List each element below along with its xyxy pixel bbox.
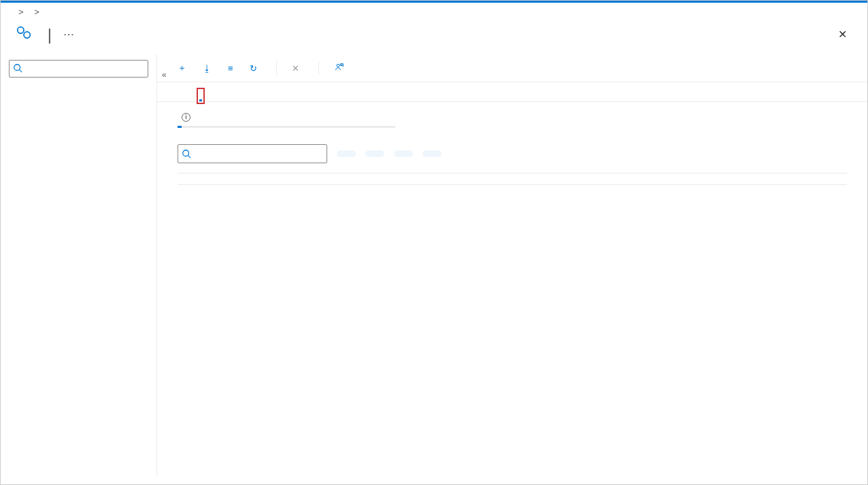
search-icon xyxy=(13,63,22,75)
filter-type[interactable] xyxy=(337,150,356,157)
svg-point-0 xyxy=(18,27,24,33)
settings-section-label xyxy=(1,84,156,95)
assignment-progress xyxy=(178,126,395,128)
svg-line-7 xyxy=(188,156,191,158)
refresh-button[interactable]: ↻ xyxy=(250,63,261,73)
close-button[interactable]: ✕ xyxy=(831,25,854,44)
resource-group-icon xyxy=(14,24,33,45)
page-subtitle: | xyxy=(43,25,56,44)
svg-line-3 xyxy=(20,70,22,73)
svg-point-2 xyxy=(14,65,20,71)
svg-point-6 xyxy=(183,150,189,156)
breadcrumb: > > xyxy=(1,3,867,21)
cost-section-label xyxy=(1,95,156,106)
columns-icon: ≡ xyxy=(228,63,233,73)
add-button[interactable]: ＋ xyxy=(178,62,190,74)
info-icon[interactable]: i xyxy=(182,113,190,122)
edit-columns-button[interactable]: ≡ xyxy=(228,63,237,73)
tab-roles[interactable] xyxy=(221,90,224,101)
download-icon: ⭳ xyxy=(203,63,212,73)
collapse-sidebar-button[interactable]: « xyxy=(162,70,167,80)
resource-type-label xyxy=(1,48,867,54)
filter-role[interactable] xyxy=(365,150,384,157)
more-button[interactable]: ⋯ xyxy=(63,28,74,41)
plus-icon: ＋ xyxy=(178,62,186,74)
feedback-button[interactable] xyxy=(334,62,349,75)
remove-icon: ✕ xyxy=(292,63,299,73)
sidebar xyxy=(1,54,157,476)
tab-deny-assignments[interactable] xyxy=(243,90,246,101)
tab-check-access[interactable] xyxy=(178,90,180,101)
search-icon xyxy=(182,149,191,161)
download-button[interactable]: ⭳ xyxy=(203,63,216,73)
tab-classic-administrators[interactable] xyxy=(265,90,267,101)
feedback-icon xyxy=(334,62,345,75)
sidebar-search-input[interactable] xyxy=(9,60,148,78)
svg-point-4 xyxy=(337,64,339,67)
role-assignments-table xyxy=(178,173,847,185)
tab-role-assignments[interactable] xyxy=(199,90,202,101)
search-input[interactable] xyxy=(178,144,327,163)
remove-button[interactable]: ✕ xyxy=(292,63,303,73)
refresh-icon: ↻ xyxy=(250,63,257,73)
svg-point-1 xyxy=(24,32,30,38)
filter-groupby[interactable] xyxy=(422,150,441,157)
assignment-count-label: i xyxy=(178,113,847,122)
filter-scope[interactable] xyxy=(394,150,413,157)
